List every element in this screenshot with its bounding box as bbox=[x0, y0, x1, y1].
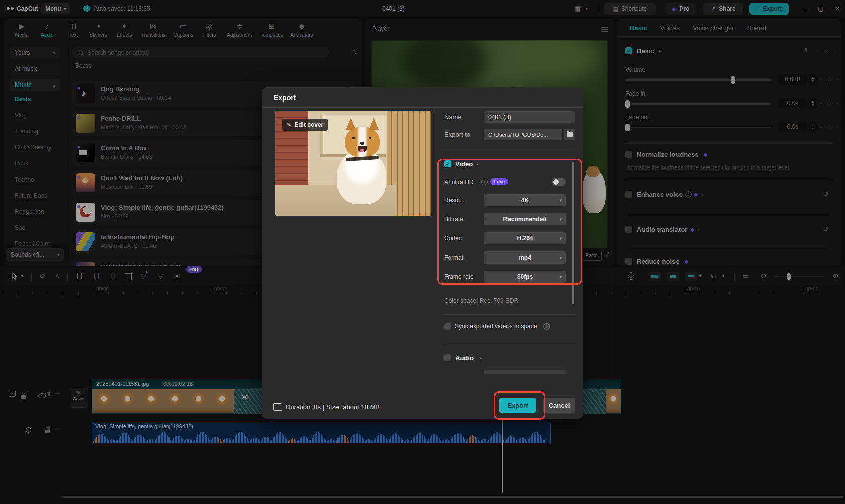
edit-cover-chip[interactable]: ✎ Edit cover bbox=[282, 119, 328, 131]
divider bbox=[444, 152, 575, 152]
divider bbox=[444, 344, 575, 344]
use-count-badge: 1 use bbox=[490, 178, 508, 185]
dialog-title: Export bbox=[274, 94, 296, 102]
chevron-down-icon: ▾ bbox=[559, 217, 562, 222]
info-icon[interactable]: i bbox=[481, 179, 488, 185]
chevron-down-icon: ▾ bbox=[559, 236, 562, 241]
folder-icon bbox=[567, 132, 573, 137]
color-space-info: Color space: Rec. 709 SDR bbox=[444, 297, 518, 304]
chevron-down-icon: ▾ bbox=[559, 198, 562, 203]
dialog-scrollbar[interactable] bbox=[572, 162, 574, 304]
corgi-nose bbox=[360, 142, 364, 145]
sync-space-label: Sync exported videos to space bbox=[455, 323, 537, 330]
audio-checkbox[interactable] bbox=[444, 354, 451, 361]
bit-rate-label: Bit rate bbox=[444, 216, 463, 223]
corgi-eye bbox=[352, 137, 355, 139]
corgi-ear bbox=[346, 118, 356, 130]
divider bbox=[262, 107, 583, 108]
export-confirm-button[interactable]: Export bbox=[499, 398, 536, 413]
divider bbox=[444, 314, 575, 315]
cancel-button[interactable]: Cancel bbox=[543, 398, 575, 413]
resol--label: Resol... bbox=[444, 197, 465, 204]
audio-section-label: Audio bbox=[455, 354, 474, 362]
export-summary: Duration: 8s | Size: about 18 MB bbox=[286, 403, 380, 411]
format-label: Format bbox=[444, 254, 463, 261]
corgi-eye bbox=[369, 137, 371, 139]
frame-rate-label: Frame rate bbox=[444, 273, 474, 280]
collapse-icon[interactable]: ▴ bbox=[480, 356, 482, 360]
browse-folder-button[interactable] bbox=[564, 129, 575, 140]
corgi-tongue bbox=[360, 149, 364, 152]
bit-rate-dropdown[interactable]: Recommended▾ bbox=[484, 213, 566, 225]
ai-ultra-hd-label: AI ultra HD bbox=[444, 179, 474, 186]
name-label: Name bbox=[444, 113, 462, 121]
resol--dropdown[interactable]: 4K▾ bbox=[484, 194, 566, 206]
chevron-down-icon: ▾ bbox=[559, 274, 562, 279]
film-icon bbox=[273, 403, 282, 411]
audio-format-dropdown-partial[interactable] bbox=[484, 370, 566, 374]
ai-ultra-hd-toggle[interactable] bbox=[552, 178, 566, 186]
export-to-label: Export to bbox=[444, 131, 470, 138]
chevron-down-icon: ▾ bbox=[559, 255, 562, 260]
collapse-icon[interactable]: ▴ bbox=[477, 162, 479, 166]
export-cover-preview[interactable]: ✎ Edit cover bbox=[275, 111, 431, 216]
video-checkbox[interactable]: ✓ bbox=[444, 160, 451, 167]
export-path-input[interactable]: C:/Users/TOPGUS/De... bbox=[484, 129, 562, 140]
pencil-icon: ✎ bbox=[287, 122, 291, 128]
capcut-app: CapCut Menu▾ ✓ Auto saved: 11:18:35 0401… bbox=[0, 0, 845, 504]
codec-dropdown[interactable]: H.264▾ bbox=[484, 232, 566, 244]
format-dropdown[interactable]: mp4▾ bbox=[484, 251, 566, 264]
export-dialog: Export ✎ Edit cover Name 0401 (3) bbox=[262, 87, 583, 419]
corgi-ear bbox=[369, 118, 379, 130]
toggle-knob bbox=[553, 179, 559, 185]
codec-label: Codec bbox=[444, 235, 462, 242]
video-section-label: Video bbox=[455, 160, 473, 168]
info-icon[interactable]: i bbox=[543, 323, 550, 330]
sync-space-checkbox[interactable] bbox=[444, 323, 451, 330]
name-input[interactable]: 0401 (3) bbox=[484, 111, 575, 123]
frame-rate-dropdown[interactable]: 30fps▾ bbox=[484, 271, 566, 283]
